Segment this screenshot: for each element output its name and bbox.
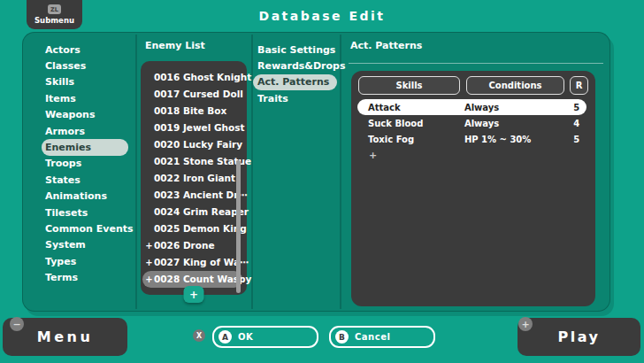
enemy-item-label: 0016 Ghost Knight: [154, 72, 251, 82]
sidebar-item-label: States: [45, 174, 80, 186]
main-panel: Actors Classes Skills Items Weapons Armo…: [22, 32, 610, 312]
added-marker-icon: +: [145, 241, 153, 251]
enemy-item-label: 0020 Lucky Fairy: [154, 139, 242, 150]
action-pattern-row[interactable]: Toxic Fog HP 1% ~ 30% 5: [357, 131, 586, 147]
enemy-item-label: 0024 Grim Reaper: [154, 206, 249, 217]
sidebar-item-label: Types: [45, 256, 76, 267]
ok-label: OK: [238, 332, 253, 342]
sidebar-item[interactable]: Items: [42, 90, 128, 106]
act-patterns-header-row: Skills Conditions R: [358, 76, 588, 95]
enemy-item-label: 0018 Bite Box: [154, 105, 226, 116]
sidebar-item[interactable]: Armors: [42, 123, 128, 139]
sidebar-item[interactable]: System: [42, 237, 128, 253]
settings-tab[interactable]: Basic Settings: [253, 42, 337, 58]
enemy-list-item[interactable]: + 0024 Grim Reaper: [141, 204, 247, 220]
title-separator: [349, 63, 603, 64]
enemy-item-label: 0027 King of Wa⋯: [154, 257, 249, 267]
settings-tab-label: Traits: [257, 93, 288, 104]
sidebar-item-label: Troops: [45, 158, 81, 169]
sidebar-item-label: Weapons: [45, 109, 95, 120]
act-patterns-title: Act. Patterns: [350, 40, 422, 51]
sidebar-item[interactable]: Tilesets: [42, 205, 128, 220]
sidebar-item[interactable]: States: [42, 172, 128, 188]
sidebar-item-label: Common Events: [45, 223, 134, 235]
settings-tabs: Basic Settings Rewards&Drops Act. Patter…: [251, 42, 340, 107]
sidebar-item[interactable]: Terms: [42, 269, 128, 285]
enemy-list-item[interactable]: + 0021 Stone Statue: [141, 153, 247, 170]
sidebar-item-label: Enemies: [45, 142, 91, 153]
enemy-item-label: 0023 Ancient Dr⋯: [154, 189, 248, 200]
settings-tab[interactable]: Act. Patterns: [253, 74, 337, 90]
sidebar-item[interactable]: Troops: [42, 156, 128, 172]
category-sidebar: Actors Classes Skills Items Weapons Armo…: [23, 42, 135, 286]
plus-icon: +: [369, 150, 377, 161]
enemy-item-label: 0026 Drone: [154, 240, 215, 251]
action-pattern-row[interactable]: Suck Blood Always 4: [357, 115, 586, 131]
play-button[interactable]: Play: [518, 318, 640, 356]
enemy-list-item[interactable]: + 0018 Bite Box: [141, 103, 247, 120]
condition-cell: Always: [464, 119, 567, 128]
enemy-list-rows: + 0016 Ghost Knight + 0017 Cursed Doll +…: [141, 69, 247, 288]
enemy-list-item[interactable]: + 0023 Ancient Dr⋯: [141, 187, 247, 204]
conditions-column-header[interactable]: Conditions: [466, 76, 564, 95]
b-button-icon: B: [335, 330, 349, 344]
rating-cell: 4: [567, 119, 586, 128]
enemy-list-item[interactable]: + 0026 Drone: [141, 237, 247, 254]
sidebar-item[interactable]: Types: [42, 253, 128, 269]
enemy-list-item[interactable]: + 0017 Cursed Doll: [141, 86, 247, 103]
add-enemy-button[interactable]: +: [184, 286, 204, 303]
added-marker-icon: +: [145, 258, 153, 267]
sidebar-item-label: Items: [45, 93, 76, 104]
enemy-item-label: 0019 Jewel Ghost: [154, 122, 245, 133]
rating-cell: 5: [567, 135, 586, 144]
enemy-list-item[interactable]: + 0019 Jewel Ghost: [141, 120, 247, 136]
settings-tab[interactable]: Rewards&Drops: [253, 58, 337, 73]
enemy-item-label: 0017 Cursed Doll: [154, 89, 243, 99]
sidebar-item[interactable]: Enemies: [42, 139, 128, 155]
plus-icon: +: [189, 289, 198, 301]
cancel-label: Cancel: [355, 332, 390, 342]
settings-tab[interactable]: Traits: [253, 90, 337, 106]
enemy-list-item[interactable]: + 0027 King of Wa⋯: [141, 254, 247, 271]
a-button-icon: A: [218, 330, 232, 344]
enemy-list-item[interactable]: + 0016 Ghost Knight: [141, 69, 247, 86]
sidebar-item-label: System: [45, 239, 86, 251]
skills-column-header[interactable]: Skills: [358, 76, 460, 95]
ok-button[interactable]: A OK: [212, 326, 318, 348]
sidebar-item[interactable]: Common Events: [42, 220, 128, 236]
sidebar-item-label: Classes: [45, 60, 86, 72]
enemy-list-item[interactable]: + 0022 Iron Giant: [141, 170, 247, 187]
sidebar-item-label: Skills: [45, 76, 74, 88]
sidebar-item[interactable]: Skills: [42, 74, 128, 90]
settings-tab-label: Rewards&Drops: [257, 60, 346, 72]
page-title: Database Edit: [0, 9, 644, 23]
sidebar-item[interactable]: Classes: [42, 58, 128, 73]
enemy-list-item[interactable]: + 0020 Lucky Fairy: [141, 136, 247, 153]
settings-tab-label: Act. Patterns: [257, 76, 329, 88]
enemy-list: + 0016 Ghost Knight + 0017 Cursed Doll +…: [141, 61, 247, 295]
cancel-button[interactable]: B Cancel: [329, 326, 435, 348]
sidebar-item-label: Tilesets: [45, 207, 88, 219]
skill-cell: Toxic Fog: [357, 135, 464, 144]
rating-column-header[interactable]: R: [570, 76, 588, 95]
enemy-list-scrollbar[interactable]: [236, 160, 241, 293]
add-pattern-row[interactable]: +: [358, 147, 588, 163]
skill-cell: Suck Blood: [357, 119, 464, 128]
condition-cell: HP 1% ~ 30%: [464, 135, 567, 144]
play-label: Play: [558, 328, 601, 345]
plus-button-icon: +: [518, 317, 533, 331]
added-marker-icon: +: [145, 274, 153, 284]
x-button-icon[interactable]: X: [193, 329, 205, 342]
enemy-item-label: 0025 Demon King: [154, 223, 247, 234]
column-divider: [340, 35, 341, 309]
sidebar-item[interactable]: Actors: [42, 42, 128, 58]
sidebar-item[interactable]: Animations: [42, 189, 128, 205]
sidebar-item-label: Actors: [45, 44, 80, 56]
sidebar-item-label: Terms: [45, 272, 78, 283]
settings-tab-label: Basic Settings: [257, 44, 335, 56]
enemy-list-item[interactable]: + 0025 Demon King: [141, 220, 247, 237]
enemy-list-item[interactable]: + 0028 Count Waspy: [142, 271, 242, 288]
skill-cell: Attack: [357, 103, 464, 112]
action-pattern-row[interactable]: Attack Always 5: [357, 99, 586, 115]
sidebar-item[interactable]: Weapons: [42, 107, 128, 123]
